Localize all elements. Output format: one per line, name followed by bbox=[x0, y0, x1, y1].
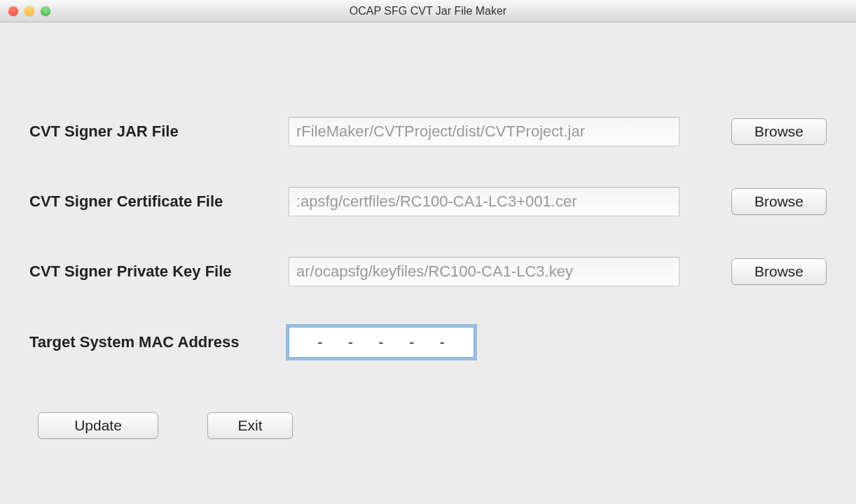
jar-file-input[interactable] bbox=[289, 117, 679, 146]
window-content: CVT Signer JAR File Browse CVT Signer Ce… bbox=[0, 22, 856, 439]
jar-file-browse-button[interactable]: Browse bbox=[731, 118, 827, 145]
cert-file-browse-button[interactable]: Browse bbox=[731, 188, 827, 215]
window-title: OCAP SFG CVT Jar File Maker bbox=[7, 5, 849, 18]
window-titlebar: OCAP SFG CVT Jar File Maker bbox=[0, 0, 856, 22]
key-file-label: CVT Signer Private Key File bbox=[29, 262, 289, 281]
jar-file-row: CVT Signer JAR File Browse bbox=[29, 117, 827, 146]
action-row: Update Exit bbox=[29, 412, 827, 439]
jar-file-browse-cell: Browse bbox=[679, 118, 827, 145]
key-file-browse-button[interactable]: Browse bbox=[731, 258, 827, 285]
close-window-button[interactable] bbox=[8, 6, 18, 16]
cert-file-input[interactable] bbox=[289, 187, 679, 216]
update-button[interactable]: Update bbox=[38, 412, 158, 439]
traffic-lights bbox=[8, 6, 50, 16]
exit-button[interactable]: Exit bbox=[207, 412, 293, 439]
zoom-window-button[interactable] bbox=[41, 6, 50, 16]
key-file-row: CVT Signer Private Key File Browse bbox=[29, 257, 827, 286]
key-file-input[interactable] bbox=[289, 257, 679, 286]
key-file-browse-cell: Browse bbox=[679, 258, 827, 285]
cert-file-browse-cell: Browse bbox=[679, 188, 827, 215]
cert-file-row: CVT Signer Certificate File Browse bbox=[29, 187, 827, 216]
mac-address-input[interactable] bbox=[289, 327, 474, 358]
cert-file-label: CVT Signer Certificate File bbox=[29, 192, 289, 211]
minimize-window-button[interactable] bbox=[25, 6, 34, 16]
jar-file-label: CVT Signer JAR File bbox=[29, 122, 289, 141]
mac-address-label: Target System MAC Address bbox=[29, 333, 289, 351]
mac-address-row: Target System MAC Address bbox=[29, 327, 827, 358]
